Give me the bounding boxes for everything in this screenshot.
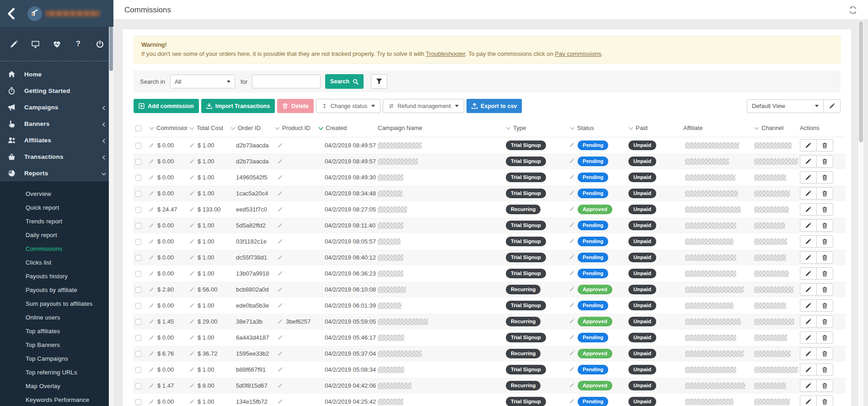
column-header-created[interactable]: Created [316,119,376,137]
edit-commission-icon[interactable] [149,175,154,180]
row-checkbox[interactable] [135,255,141,261]
edit-row-button[interactable] [800,203,817,216]
submenu-item-commissions[interactable]: Commissions [0,242,113,255]
edit-total-cost-icon[interactable] [189,159,194,164]
sidebar-item-transactions[interactable]: Transactions [0,148,113,165]
edit-total-cost-icon[interactable] [189,287,194,292]
sidebar-scrollbar[interactable] [109,27,113,406]
edit-product-id-icon[interactable] [278,255,283,260]
edit-product-id-icon[interactable] [278,383,283,388]
edit-row-button[interactable] [800,395,817,406]
page-scroll-thumb[interactable] [859,21,863,142]
edit-row-button[interactable] [800,155,817,168]
delete-row-button[interactable] [816,139,833,152]
delete-row-button[interactable] [816,347,833,360]
row-checkbox[interactable] [135,303,141,309]
delete-row-button[interactable] [816,395,833,406]
edit-status-icon[interactable] [569,271,574,276]
pay-commissions-link[interactable]: Pay commissions [555,50,601,57]
edit-commission-icon[interactable] [149,367,154,372]
edit-status-icon[interactable] [569,238,574,244]
row-checkbox[interactable] [135,367,141,373]
column-header-commission[interactable]: Commission [147,119,188,137]
edit-status-icon[interactable] [569,319,574,324]
submenu-item-trends-report[interactable]: Trends report [0,214,113,228]
row-checkbox[interactable] [135,287,141,293]
row-checkbox[interactable] [135,159,141,165]
delete-row-button[interactable] [816,251,833,264]
submenu-item-top-affiliates[interactable]: Top affiliates [0,324,113,338]
delete-row-button[interactable] [816,331,833,344]
delete-row-button[interactable] [816,283,833,296]
edit-total-cost-icon[interactable] [189,271,194,276]
edit-row-button[interactable] [800,139,817,152]
delete-row-button[interactable] [816,363,833,376]
search-input[interactable] [252,75,321,88]
delete-row-button[interactable] [816,267,833,280]
edit-commission-icon[interactable] [149,239,154,244]
edit-row-button[interactable] [800,331,817,344]
edit-status-icon[interactable] [569,222,574,227]
edit-product-id-icon[interactable] [278,399,283,404]
change-status-dropdown[interactable]: Change status [316,99,381,113]
submenu-item-keywords-performance[interactable]: Keywords Performance [0,393,113,406]
edit-status-icon[interactable] [569,303,574,308]
filter-button[interactable] [371,74,387,89]
edit-commission-icon[interactable] [149,191,154,196]
edit-total-cost-icon[interactable] [189,319,194,324]
sidebar-item-campaigns[interactable]: Campaigns [0,99,113,115]
edit-product-id-icon[interactable] [278,239,283,244]
edit-row-button[interactable] [800,219,817,232]
submenu-item-map-overlay[interactable]: Map Overlay [0,379,113,393]
column-header-status[interactable]: Status [568,119,627,137]
edit-total-cost-icon[interactable] [189,335,194,340]
view-select[interactable]: Default View [747,99,824,113]
delete-row-button[interactable] [816,203,833,216]
edit-commission-icon[interactable] [149,319,154,324]
column-header-order-id[interactable]: Order ID [229,119,273,137]
add-commission-button[interactable]: Add commission [134,99,199,113]
edit-product-id-icon[interactable] [278,175,283,180]
row-checkbox[interactable] [135,319,141,325]
edit-commission-icon[interactable] [149,303,154,308]
delete-row-button[interactable] [816,235,833,248]
edit-total-cost-icon[interactable] [189,191,194,196]
delete-row-button[interactable] [816,219,833,232]
edit-status-icon[interactable] [569,254,574,260]
edit-row-button[interactable] [800,315,817,328]
page-scrollbar[interactable] [857,20,863,406]
row-checkbox[interactable] [135,191,141,197]
import-transactions-button[interactable]: Import Transactions [201,99,275,113]
sidebar-item-affiliates[interactable]: Affiliates [0,132,113,148]
row-checkbox[interactable] [135,399,141,405]
column-header-total-cost[interactable]: Total Cost [188,119,229,137]
sidebar-item-reports[interactable]: Reports [0,165,113,181]
row-checkbox[interactable] [135,271,141,277]
edit-total-cost-icon[interactable] [189,255,194,260]
edit-commission-icon[interactable] [149,143,154,148]
submenu-item-top-campaigns[interactable]: Top Campaigns [0,352,113,365]
sidebar-item-getting-started[interactable]: Getting Started [0,82,113,99]
edit-commission-icon[interactable] [149,159,154,164]
edit-row-button[interactable] [800,347,817,360]
edit-commission-icon[interactable] [149,351,154,356]
edit-total-cost-icon[interactable] [189,207,194,212]
heartbeat-icon[interactable] [52,39,61,49]
sidebar-collapse-icon[interactable] [5,8,17,20]
submenu-item-quick-report[interactable]: Quick report [0,200,113,214]
edit-product-id-icon[interactable] [278,351,283,356]
delete-row-button[interactable] [816,379,833,392]
row-checkbox[interactable] [135,239,141,245]
edit-status-icon[interactable] [569,335,574,340]
row-checkbox[interactable] [135,207,141,213]
edit-commission-icon[interactable] [149,399,154,404]
delete-button[interactable]: Delete [277,99,314,113]
edit-status-icon[interactable] [569,287,574,292]
edit-product-id-icon[interactable] [278,159,283,164]
edit-commission-icon[interactable] [149,335,154,340]
edit-commission-icon[interactable] [149,255,154,260]
column-header-paid[interactable]: Paid [627,119,681,137]
edit-total-cost-icon[interactable] [189,223,194,228]
submenu-item-top-banners[interactable]: Top Banners [0,338,113,352]
edit-product-id-icon[interactable] [278,271,283,276]
